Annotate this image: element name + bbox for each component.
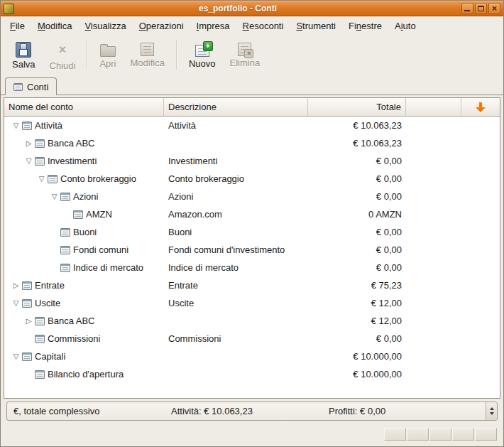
row-filler: [406, 205, 461, 223]
grip-cell: [407, 428, 429, 441]
account-row-attivit[interactable]: ▽AttivitàAttività€ 10.063,23: [4, 117, 500, 134]
account-row-bilancio-d-apertura[interactable]: Bilancio d'apertura€ 10.000,00: [4, 365, 500, 383]
account-description: Azioni: [164, 188, 308, 205]
table-header: Nome del conto Descrizione Totale: [4, 98, 500, 117]
toolbar: Salva×ChiudiApriModificaNuovoElimina: [1, 35, 503, 75]
menu-finestre[interactable]: Finestre: [342, 18, 388, 33]
row-filler: [406, 312, 461, 330]
toolbar-separator: [87, 41, 88, 69]
expander-open-icon[interactable]: ▽: [48, 188, 60, 205]
account-total: € 10.063,23: [308, 117, 406, 134]
account-total: € 0,00: [308, 241, 406, 259]
account-icon: [35, 139, 45, 148]
summary-stepper[interactable]: [486, 402, 497, 420]
account-row-investimenti[interactable]: ▽InvestimentiInvestimenti€ 0,00: [4, 152, 500, 170]
row-filler: [461, 312, 500, 330]
account-row-conto-brokeraggio[interactable]: ▽Conto brokeraggioConto brokeraggio€ 0,0…: [4, 170, 500, 188]
account-total: € 0,00: [308, 330, 406, 348]
column-options-button[interactable]: [461, 98, 500, 117]
expander-open-icon[interactable]: ▽: [10, 348, 22, 365]
grip-cell: [452, 428, 474, 441]
grip-cell: [429, 428, 451, 441]
account-row-banca-abc[interactable]: ▷Banca ABC€ 12,00: [4, 312, 500, 330]
row-filler: [406, 170, 461, 188]
account-description: Amazon.com: [164, 205, 308, 223]
account-row-entrate[interactable]: ▷EntrateEntrate€ 75,23: [4, 276, 500, 294]
expander-open-icon[interactable]: ▽: [10, 117, 22, 134]
minimize-button[interactable]: [461, 3, 473, 14]
account-row-capitali[interactable]: ▽Capitali€ 10.000,00: [4, 348, 500, 365]
grip-cell: [475, 428, 497, 441]
maximize-button[interactable]: [475, 3, 487, 14]
account-description: Attività: [164, 117, 308, 134]
column-header-label: Totale: [376, 102, 401, 112]
account-name: Indice di mercato: [73, 259, 143, 276]
account-name: Azioni: [73, 188, 98, 205]
row-filler: [461, 330, 500, 348]
row-filler: [406, 188, 461, 205]
open-account-icon: [100, 46, 116, 57]
column-header-total[interactable]: Totale: [308, 98, 406, 117]
account-row-banca-abc[interactable]: ▷Banca ABC€ 10.063,23: [4, 134, 500, 152]
menu-visualizza[interactable]: Visualizza: [78, 18, 132, 33]
menu-impresa[interactable]: Impresa: [190, 18, 236, 33]
account-row-azioni[interactable]: ▽AzioniAzioni€ 0,00: [4, 188, 500, 205]
apri-button: Apri: [92, 40, 123, 70]
account-total: € 0,00: [308, 259, 406, 276]
summary-scope: €, totale complessivo: [7, 406, 165, 416]
account-row-commissioni[interactable]: CommissioniCommissioni€ 0,00: [4, 330, 500, 348]
account-name: Buoni: [73, 223, 97, 241]
expander-open-icon[interactable]: ▽: [23, 152, 35, 170]
close-tab-icon: ×: [53, 41, 72, 59]
row-filler: [406, 365, 461, 383]
account-description: Investimenti: [164, 152, 308, 170]
account-name: Capitali: [35, 348, 65, 365]
stepper-up-icon: [490, 407, 494, 410]
account-description: Conto brokeraggio: [164, 170, 308, 188]
account-row-amzn[interactable]: AMZNAmazon.com0 AMZN: [4, 205, 500, 223]
menu-file[interactable]: File: [4, 18, 31, 33]
account-description: [164, 365, 308, 383]
menu-resoconti[interactable]: Resoconti: [236, 18, 290, 33]
resize-grip[interactable]: [383, 428, 497, 441]
account-row-fondi-comuni[interactable]: Fondi comuniFondi comuni d'investimento€…: [4, 241, 500, 259]
tab-label: Conti: [27, 82, 48, 92]
nuovo-button[interactable]: Nuovo: [182, 40, 223, 70]
account-description: [164, 134, 308, 152]
toolbar-separator: [176, 41, 177, 69]
accounts-tree: ▽AttivitàAttività€ 10.063,23▷Banca ABC€ …: [4, 117, 500, 398]
column-header-account-name[interactable]: Nome del conto: [4, 98, 164, 117]
menu-operazioni[interactable]: Operazioni: [133, 18, 190, 33]
salva-button[interactable]: Salva: [5, 39, 43, 71]
account-description: Buoni: [164, 223, 308, 241]
toolbar-button-label: Apri: [99, 58, 116, 69]
expander-open-icon[interactable]: ▽: [10, 294, 22, 312]
close-button[interactable]: ×: [488, 3, 500, 14]
account-icon: [35, 335, 45, 343]
account-total: € 0,00: [308, 170, 406, 188]
menu-modifica[interactable]: Modifica: [31, 18, 78, 33]
account-total: € 0,00: [308, 152, 406, 170]
app-window: es_portfolio - Conti × FileModificaVisua…: [0, 0, 504, 447]
menu-aiuto[interactable]: Aiuto: [388, 18, 422, 33]
expander-closed-icon[interactable]: ▷: [23, 134, 35, 152]
column-header-filler: [406, 98, 461, 117]
account-total: € 10.000,00: [308, 348, 406, 365]
expander-open-icon[interactable]: ▽: [35, 170, 48, 188]
expander-closed-icon[interactable]: ▷: [10, 276, 22, 294]
row-filler: [461, 348, 500, 365]
account-row-buoni[interactable]: BuoniBuoni€ 0,00: [4, 223, 500, 241]
column-header-description[interactable]: Descrizione: [164, 98, 308, 117]
account-row-indice-di-mercato[interactable]: Indice di mercatoIndice di mercato€ 0,00: [4, 259, 500, 276]
account-row-uscite[interactable]: ▽UsciteUscite€ 12,00: [4, 294, 500, 312]
tab-conti[interactable]: Conti: [5, 77, 57, 95]
row-filler: [406, 259, 461, 276]
expander-closed-icon[interactable]: ▷: [23, 312, 35, 330]
menu-strumenti[interactable]: Strumenti: [290, 18, 342, 33]
window-title: es_portfolio - Conti: [17, 4, 459, 14]
row-filler: [406, 117, 461, 134]
account-description: Indice di mercato: [164, 259, 308, 276]
account-total: 0 AMZN: [308, 205, 406, 223]
account-name: Bilancio d'apertura: [48, 365, 124, 383]
titlebar[interactable]: es_portfolio - Conti ×: [1, 1, 503, 16]
